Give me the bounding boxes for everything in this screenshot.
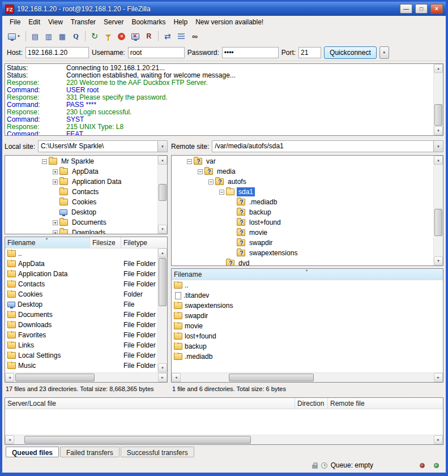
tree-item-label[interactable]: dvd xyxy=(237,259,251,265)
file-row[interactable]: AppData File Folder xyxy=(5,259,157,269)
tree-item-label[interactable]: Mr Sparkle xyxy=(59,157,96,166)
expander[interactable]: − xyxy=(42,159,47,164)
expander[interactable]: − xyxy=(208,179,214,185)
menu-item[interactable]: File xyxy=(6,16,24,28)
scroll-up-icon[interactable]: ▲ xyxy=(434,156,443,165)
scroll-right-icon[interactable]: ► xyxy=(158,373,167,382)
file-row[interactable]: Contacts File Folder xyxy=(5,279,157,289)
file-row[interactable]: Documents File Folder xyxy=(5,310,157,320)
file-row[interactable]: Cookies Folder xyxy=(5,289,157,299)
close-button[interactable]: × xyxy=(430,4,443,14)
column-header-filename[interactable]: Filename xyxy=(172,269,443,280)
scroll-down-icon[interactable]: ▼ xyxy=(434,126,443,135)
remote-tree-toggle-button[interactable]: ▦ xyxy=(56,30,69,42)
tree-item-label[interactable]: Cookies xyxy=(70,198,98,207)
tree-item[interactable]: movie xyxy=(172,228,433,238)
synchronized-browsing-button[interactable] xyxy=(175,30,187,42)
tree-item-label[interactable]: backup xyxy=(248,208,273,217)
expander[interactable]: + xyxy=(53,169,58,174)
scroll-up-icon[interactable]: ▲ xyxy=(158,248,167,258)
tree-item[interactable]: Contacts xyxy=(5,187,157,197)
tree-item[interactable]: .mediadb xyxy=(172,197,433,207)
menu-item[interactable]: View xyxy=(44,16,67,28)
menu-item[interactable]: New version available! xyxy=(191,16,267,28)
scroll-track[interactable] xyxy=(181,373,434,382)
file-row[interactable]: Downloads File Folder xyxy=(5,320,157,330)
scroll-down-icon[interactable]: ▼ xyxy=(158,363,167,372)
tree-item-label[interactable]: lost+found xyxy=(248,218,283,227)
queue-hscrollbar[interactable]: ◄ ► xyxy=(5,435,443,444)
remote-list-hscrollbar[interactable]: ◄ ► xyxy=(172,372,443,382)
file-row[interactable]: swapextensions xyxy=(172,301,443,311)
scroll-thumb[interactable] xyxy=(159,184,167,201)
tree-item-label[interactable]: Desktop xyxy=(70,208,98,217)
transfer-queue-toggle-button[interactable]: Q xyxy=(70,30,82,42)
tree-item[interactable]: − media xyxy=(172,166,433,177)
tree-item-label[interactable]: Application Data xyxy=(70,177,123,186)
tree-item-label[interactable]: movie xyxy=(248,228,269,237)
scroll-track[interactable] xyxy=(158,258,167,363)
remote-tree-scrollbar[interactable]: ▲ ▼ xyxy=(433,156,443,265)
menu-item[interactable]: Edit xyxy=(24,16,44,28)
expander[interactable]: + xyxy=(53,230,58,234)
scroll-track[interactable] xyxy=(158,165,167,225)
local-tree-toggle-button[interactable]: ▥ xyxy=(42,30,55,42)
tree-item[interactable]: lost+found xyxy=(172,217,433,228)
scroll-track[interactable] xyxy=(14,373,158,382)
username-input[interactable] xyxy=(128,47,185,58)
scroll-right-icon[interactable]: ► xyxy=(434,373,443,382)
menu-item[interactable]: Transfer xyxy=(67,16,100,28)
refresh-button[interactable]: ↻ xyxy=(88,30,101,42)
scroll-right-icon[interactable]: ► xyxy=(434,435,443,444)
scroll-track[interactable] xyxy=(434,165,443,256)
remote-site-combobox[interactable]: /var/media/autofs/sda1 ▼ xyxy=(212,140,443,152)
tree-item-label[interactable]: .mediadb xyxy=(248,198,279,207)
scroll-left-icon[interactable]: ◄ xyxy=(5,435,14,444)
file-row[interactable]: Music File Folder xyxy=(5,361,157,371)
scroll-thumb[interactable] xyxy=(434,209,442,236)
local-site-path[interactable]: C:\Users\Mr Sparkle\ xyxy=(39,141,157,152)
title-bar[interactable]: FZ 192.168.1.20 - root@192.168.1.20 - Fi… xyxy=(2,2,446,16)
column-header-filesize[interactable]: Filesize xyxy=(90,237,121,248)
directory-comparison-button[interactable]: ⇄ xyxy=(161,30,174,42)
scroll-up-icon[interactable]: ▲ xyxy=(434,64,443,73)
find-files-button[interactable]: ∞ xyxy=(189,30,201,42)
tree-item[interactable]: swapdir xyxy=(172,238,433,248)
scroll-down-icon[interactable]: ▼ xyxy=(434,256,443,265)
tree-item-label[interactable]: var xyxy=(204,157,217,166)
tree-item[interactable]: − autofs xyxy=(172,177,433,187)
queue-tab[interactable]: Failed transfers xyxy=(60,447,120,457)
tree-item-label[interactable]: autofs xyxy=(226,177,248,186)
local-list-hscrollbar[interactable]: ◄ ► xyxy=(5,372,167,382)
scroll-up-icon[interactable]: ▲ xyxy=(158,156,167,165)
remote-site-path[interactable]: /var/media/autofs/sda1 xyxy=(212,141,433,152)
host-input[interactable] xyxy=(25,47,89,58)
tree-item-label[interactable]: AppData xyxy=(70,167,100,176)
tree-item[interactable]: − var xyxy=(172,156,433,166)
scroll-thumb[interactable] xyxy=(434,104,442,126)
tree-item-label[interactable]: Downloads xyxy=(70,228,107,234)
tree-item[interactable]: − sda1 xyxy=(172,187,433,197)
scroll-track[interactable] xyxy=(434,73,443,126)
column-header-filename[interactable]: Filename xyxy=(5,237,90,248)
expander[interactable]: + xyxy=(53,179,58,185)
menu-item[interactable]: Server xyxy=(100,16,127,28)
tree-item-label[interactable]: sda1 xyxy=(237,187,255,196)
scroll-thumb[interactable] xyxy=(229,374,314,381)
file-row[interactable]: backup xyxy=(172,341,443,351)
tree-item-label[interactable]: swapdir xyxy=(248,238,274,247)
tree-item[interactable]: dvd xyxy=(172,258,433,265)
local-site-combobox[interactable]: C:\Users\Mr Sparkle\ ▼ xyxy=(38,140,168,152)
disconnect-button[interactable] xyxy=(129,30,142,42)
remote-site-dropdown-button[interactable]: ▼ xyxy=(433,141,443,152)
reconnect-button[interactable]: R xyxy=(143,30,155,42)
column-header-server-local-file[interactable]: Server/Local file xyxy=(5,398,295,409)
tree-item[interactable]: Desktop xyxy=(5,207,157,217)
local-site-dropdown-button[interactable]: ▼ xyxy=(157,141,167,152)
cancel-button[interactable]: × xyxy=(116,30,128,42)
port-input[interactable] xyxy=(298,47,321,58)
file-row[interactable]: swapdir xyxy=(172,311,443,321)
tree-item[interactable]: swapextensions xyxy=(172,248,433,258)
menu-item[interactable]: Bookmarks xyxy=(127,16,169,28)
log-scrollbar[interactable]: ▲ ▼ xyxy=(433,64,443,135)
